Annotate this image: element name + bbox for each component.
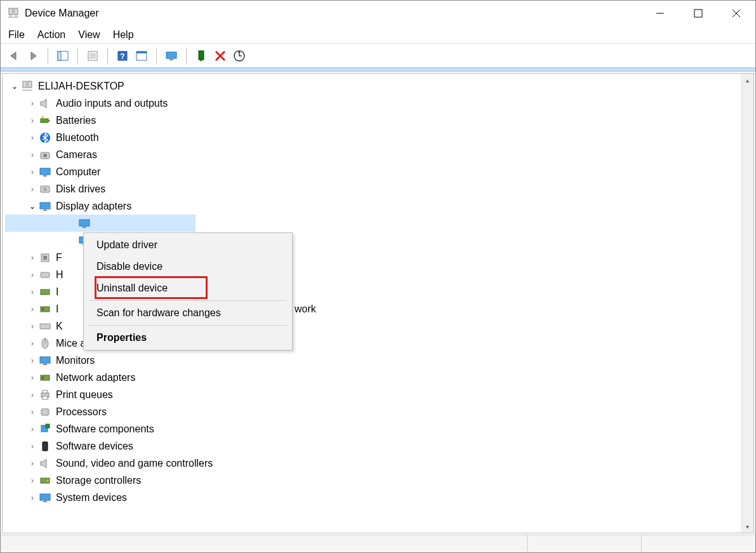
svg-rect-71 [43,501,47,502]
caret-right-icon[interactable]: › [27,490,38,506]
caret-right-icon[interactable]: › [27,95,38,112]
tree-category[interactable]: › Processors [5,403,751,420]
system-icon [38,491,52,505]
caret-right-icon[interactable]: › [27,387,38,403]
scan-monitor-button[interactable] [163,48,180,64]
tree-category-label: K [56,318,63,335]
scroll-down-icon[interactable]: ▾ [741,520,753,533]
tree-root[interactable]: ⌄ ELIJAH-DESKTOP [5,77,751,95]
update-driver-button[interactable] [133,48,150,64]
tree-category[interactable]: › Network adapters [5,369,751,386]
close-button[interactable] [717,1,755,26]
context-menu: Update driver Disable device Uninstall d… [83,232,293,350]
svg-rect-59 [43,396,48,399]
forward-button[interactable] [25,48,41,64]
caret-right-icon[interactable]: › [27,181,38,197]
svg-rect-67 [43,442,48,451]
svg-rect-35 [43,175,47,177]
properties-button[interactable] [84,48,101,64]
scan-hardware-button[interactable] [231,48,248,64]
minimize-button[interactable] [641,1,679,26]
tree-category-label: Storage controllers [56,472,141,489]
tree-category[interactable]: › Computer [5,163,751,180]
svg-rect-10 [58,51,61,60]
tree-device-selected[interactable] [5,215,196,232]
ctx-properties[interactable]: Properties [84,327,292,349]
enable-device-button[interactable] [193,48,209,64]
ctx-scan-hardware[interactable]: Scan for hardware changes [84,302,292,324]
maximize-button[interactable] [679,1,717,26]
svg-point-37 [43,187,47,191]
tree-category[interactable]: › Software devices [5,437,751,455]
caret-right-icon[interactable]: › [27,301,38,317]
toolbar-separator [156,48,157,64]
tree-category-label: Audio inputs and outputs [56,95,168,112]
tree-category[interactable]: › Bluetooth [5,129,751,146]
tree-category-label: Cameras [56,147,97,163]
svg-rect-26 [28,81,32,88]
caret-open-icon[interactable]: ⌄ [9,78,20,95]
caret-right-icon[interactable]: › [27,250,38,266]
svg-rect-29 [48,120,50,121]
tree-category-display-adapters[interactable]: ⌄ Display adapters [5,197,751,215]
caret-right-icon[interactable]: › [27,164,38,180]
tree-category[interactable]: › Print queues [5,386,751,403]
caret-right-icon[interactable]: › [27,318,38,335]
svg-rect-53 [40,357,50,363]
window-controls [641,1,755,26]
svg-rect-39 [43,210,47,211]
caret-right-icon[interactable]: › [27,352,38,369]
tree-category[interactable]: › Cameras [5,146,751,163]
tree-category-label-suffix: work [295,301,316,317]
menubar: File Action View Help [1,26,755,44]
tree-category[interactable]: › Disk drives [5,180,751,197]
caret-right-icon[interactable]: › [27,130,38,146]
tree-category[interactable]: › Monitors [5,352,751,369]
caret-right-icon[interactable]: › [27,455,38,472]
show-hide-console-tree-button[interactable] [55,48,71,64]
caret-open-icon[interactable]: ⌄ [27,198,38,215]
caret-right-icon[interactable]: › [27,284,38,300]
ctx-disable-device[interactable]: Disable device [84,256,292,277]
caret-right-icon[interactable]: › [27,112,38,129]
caret-right-icon[interactable]: › [27,404,38,420]
menu-action[interactable]: Action [37,29,65,41]
tree-category[interactable]: › Storage controllers [5,472,751,489]
tree-category[interactable]: › Audio inputs and outputs [5,95,751,112]
vertical-scrollbar[interactable]: ▴ ▾ [741,74,753,533]
toolbar-separator [107,48,108,64]
caret-right-icon[interactable]: › [27,421,38,437]
menu-view[interactable]: View [78,29,100,41]
tree-category[interactable]: › Sound, video and game controllers [5,455,751,472]
tree-category[interactable]: › Software components [5,420,751,437]
tree-category-label: I [56,301,58,317]
svg-rect-25 [23,81,27,88]
scroll-up-icon[interactable]: ▴ [741,74,753,86]
uninstall-device-button[interactable] [212,48,229,64]
back-button[interactable] [6,48,22,64]
keyboard-icon [38,319,52,333]
caret-right-icon[interactable]: › [27,370,38,386]
tree-category[interactable]: › Batteries [5,112,751,129]
tree-category-label: Batteries [56,112,96,129]
caret-right-icon[interactable]: › [27,267,38,283]
svg-rect-0 [9,8,13,15]
caret-right-icon[interactable]: › [27,438,38,455]
tree-category[interactable]: › System devices [5,489,751,506]
svg-rect-49 [42,308,44,310]
ctx-uninstall-device[interactable]: Uninstall device [84,277,292,299]
menu-help[interactable]: Help [113,29,134,41]
caret-right-icon[interactable]: › [27,472,38,489]
tree-category-label: Processors [56,404,107,420]
hid-icon [38,268,52,282]
svg-text:?: ? [120,52,124,61]
battery-icon [38,114,52,128]
svg-rect-56 [42,376,44,379]
menu-file[interactable]: File [8,29,25,41]
storage-icon [38,474,52,488]
ctx-update-driver[interactable]: Update driver [84,234,292,256]
firmware-icon [38,251,52,265]
help-button[interactable]: ? [114,48,131,64]
caret-right-icon[interactable]: › [27,335,38,352]
caret-right-icon[interactable]: › [27,147,38,163]
